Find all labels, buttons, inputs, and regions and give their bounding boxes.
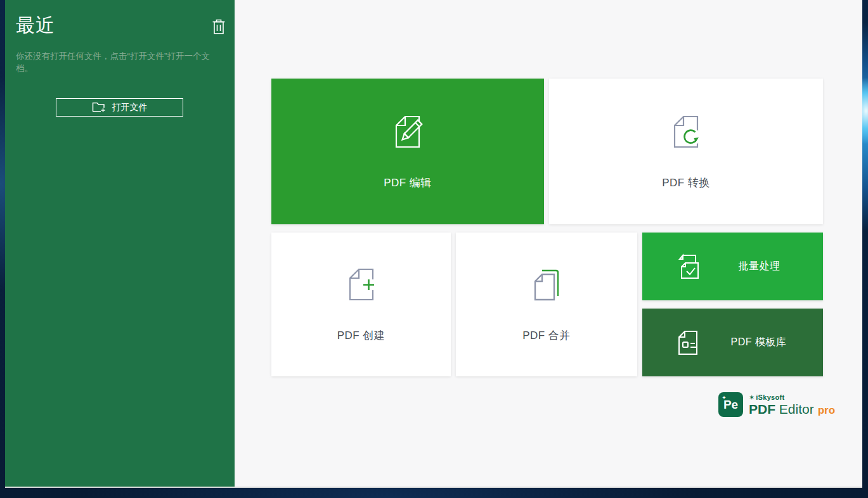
tile-pdf-create[interactable]: PDF 创建: [271, 233, 451, 376]
tile-batch-process[interactable]: 批量处理: [642, 233, 823, 300]
trash-icon: [212, 19, 226, 35]
recent-files-sidebar: 最近 你还没有打开任何文件，点击“打开文件”打开一个文档。 打: [5, 0, 235, 487]
recent-title: 最近: [16, 13, 55, 39]
product-name-bold: PDF: [749, 402, 775, 416]
edition-badge: pro: [818, 405, 835, 416]
tile-pdf-convert-label: PDF 转换: [662, 176, 710, 190]
app-logo: ✦ Pe ✶ iSkysoft PDF Editor pro: [718, 392, 835, 417]
documents-merge-icon: [528, 266, 565, 303]
tile-pdf-edit[interactable]: PDF 编辑: [271, 79, 544, 224]
document-convert-icon: [668, 113, 704, 150]
product-name-light: Editor: [779, 402, 814, 416]
logo-text-block: ✶ iSkysoft PDF Editor pro: [749, 394, 835, 416]
document-edit-icon: [389, 113, 426, 150]
tile-pdf-merge[interactable]: PDF 合并: [456, 233, 637, 376]
home-main-area: PDF 编辑 PDF 转换: [235, 0, 862, 487]
empty-state-message: 你还没有打开任何文件，点击“打开文件”打开一个文档。: [16, 50, 226, 74]
open-file-button[interactable]: 打开文件: [56, 98, 183, 117]
brand-name: iSkysoft: [756, 394, 784, 401]
product-name: PDF Editor: [749, 402, 814, 416]
pe-badge-icon: ✦ Pe: [718, 392, 743, 417]
spark-icon: ✦: [722, 395, 726, 400]
tile-pdf-template-library[interactable]: PDF 模板库: [642, 309, 823, 376]
tile-pdf-template-library-label: PDF 模板库: [701, 336, 823, 349]
folder-add-icon: [92, 101, 107, 113]
documents-check-icon: [675, 253, 702, 281]
iskysoft-figure-icon: ✶: [749, 394, 755, 401]
document-list-icon: [675, 329, 701, 356]
tile-pdf-convert[interactable]: PDF 转换: [549, 79, 823, 224]
open-file-label: 打开文件: [112, 102, 148, 113]
clear-recent-button[interactable]: [211, 18, 227, 35]
tile-batch-process-label: 批量处理: [702, 260, 823, 273]
tile-pdf-edit-label: PDF 编辑: [384, 176, 432, 190]
tile-pdf-merge-label: PDF 合并: [522, 328, 571, 343]
pdf-editor-window: 最近 你还没有打开任何文件，点击“打开文件”打开一个文档。 打: [5, 0, 862, 488]
tile-pdf-create-label: PDF 创建: [337, 328, 385, 343]
document-add-icon: [343, 266, 380, 303]
